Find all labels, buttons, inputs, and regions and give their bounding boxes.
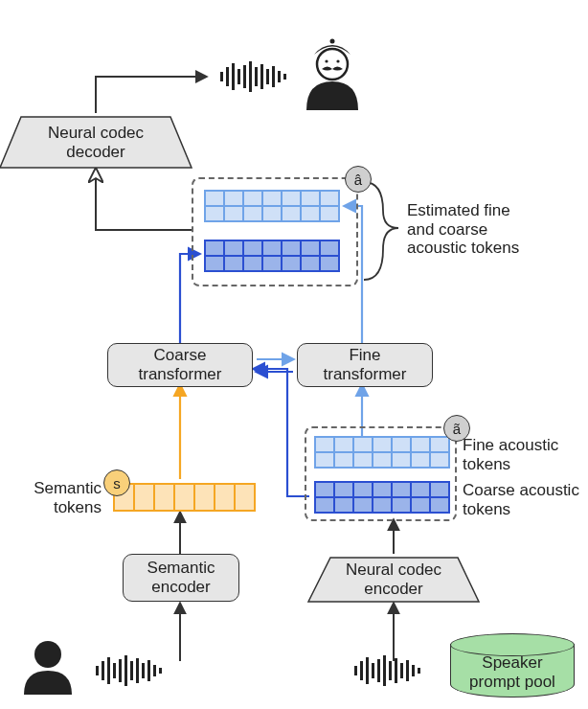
svg-point-45 [330, 39, 335, 44]
codec-encoder-label: Neural codec encoder [346, 560, 441, 598]
a-hat-badge: â [345, 166, 372, 193]
a-tilde-text: ã [453, 421, 461, 437]
svg-point-47 [336, 59, 339, 62]
svg-point-43 [34, 641, 61, 668]
estimated-label: Estimated fine and coarse acoustic token… [407, 201, 565, 258]
svg-rect-12 [249, 61, 252, 92]
svg-rect-20 [102, 661, 104, 680]
person-icon [24, 641, 72, 695]
fine-tf-label: Fine transformer [324, 346, 407, 383]
semantic-encoder-label: Semantic encoder [147, 559, 215, 596]
svg-rect-29 [153, 665, 156, 676]
semantic-tokens-row [113, 483, 256, 512]
svg-point-46 [325, 59, 328, 62]
fine-transformer: Fine transformer [297, 343, 433, 387]
semantic-tokens-label: Semantic tokens [25, 479, 102, 516]
coarse-transformer: Coarse transformer [107, 343, 253, 387]
svg-rect-35 [377, 659, 380, 682]
svg-rect-21 [107, 657, 110, 684]
svg-rect-27 [142, 663, 145, 678]
svg-rect-32 [360, 661, 363, 680]
svg-rect-24 [124, 655, 127, 686]
coarse-tf-label: Coarse transformer [139, 346, 222, 383]
s-text: s [113, 475, 121, 492]
codec-decoder-label: Neural codec decoder [48, 124, 144, 161]
waveform-output [220, 61, 286, 92]
svg-rect-23 [119, 659, 122, 682]
prompt-pool-label: Speaker prompt pool [469, 653, 555, 692]
speaker-prompt-pool: Speaker prompt pool [450, 644, 575, 698]
svg-rect-17 [278, 71, 281, 82]
svg-rect-41 [412, 665, 415, 676]
prompt-coarse-row [314, 481, 450, 514]
svg-rect-18 [283, 74, 286, 80]
svg-rect-16 [272, 66, 275, 87]
svg-rect-10 [237, 69, 240, 84]
svg-rect-19 [96, 666, 99, 675]
svg-rect-38 [395, 658, 397, 683]
s-badge: s [103, 469, 130, 496]
svg-point-44 [317, 49, 348, 80]
svg-rect-39 [400, 663, 403, 678]
svg-rect-30 [159, 668, 162, 674]
svg-rect-36 [383, 655, 386, 686]
svg-rect-9 [232, 63, 235, 90]
waveform-prompt [354, 655, 420, 686]
svg-rect-28 [147, 660, 150, 681]
svg-rect-8 [226, 67, 229, 86]
estimated-coarse-row [204, 240, 340, 272]
svg-rect-42 [418, 668, 420, 674]
svg-rect-11 [243, 65, 246, 88]
svg-rect-40 [406, 660, 409, 681]
person-hat-icon [306, 39, 358, 111]
svg-rect-33 [366, 657, 369, 684]
svg-rect-26 [136, 658, 139, 683]
neural-codec-encoder: Neural codec encoder [308, 558, 479, 602]
svg-rect-34 [372, 663, 374, 678]
fine-acoustic-label: Fine acoustic tokens [463, 436, 558, 473]
svg-rect-31 [354, 666, 357, 675]
svg-rect-14 [260, 64, 263, 89]
connectors [0, 0, 588, 709]
neural-codec-decoder: Neural codec decoder [0, 117, 192, 168]
svg-rect-25 [130, 661, 133, 680]
svg-rect-22 [113, 663, 116, 678]
coarse-acoustic-label: Coarse acoustic tokens [463, 481, 579, 518]
svg-rect-13 [255, 67, 258, 86]
semantic-encoder: Semantic encoder [123, 554, 239, 602]
svg-rect-37 [389, 661, 392, 680]
svg-rect-15 [266, 69, 269, 84]
waveform-input [96, 655, 162, 686]
estimated-fine-row [204, 190, 340, 222]
svg-rect-7 [220, 72, 223, 81]
a-hat-text: â [354, 172, 362, 188]
prompt-fine-row [314, 436, 450, 469]
